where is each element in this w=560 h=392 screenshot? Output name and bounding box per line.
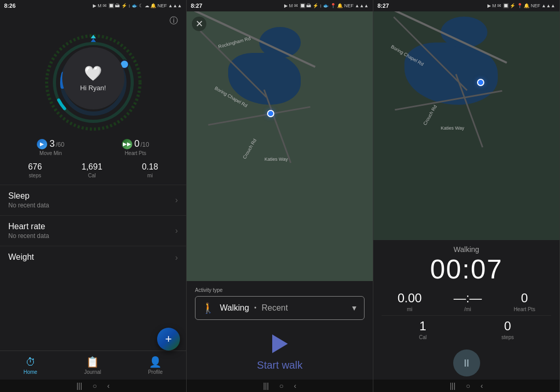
- workout-pace: —:— /mi: [454, 291, 482, 312]
- workout-distance-value: 0.00: [398, 291, 422, 305]
- heart-rate-subtitle: No recent data: [8, 232, 49, 240]
- profile-nav-icon: 👤: [149, 356, 162, 368]
- gesture-home[interactable]: ○: [92, 382, 96, 390]
- gesture-recent-apps[interactable]: |||: [76, 382, 82, 390]
- workout-heart-pts: 0 Heart Pts: [514, 291, 536, 312]
- nav-profile[interactable]: 👤 Profile: [142, 354, 169, 377]
- heart-pts-label: Heart Pts: [124, 150, 146, 156]
- distance-stat: 0.18 mi: [142, 162, 158, 178]
- workout-cal-value: 1: [419, 319, 426, 333]
- bottom-nav-home: ⏱ Home 📋 Journal 👤 Profile: [0, 351, 186, 380]
- workout-heart-pts-label: Heart Pts: [514, 306, 536, 312]
- home-nav-label: Home: [23, 369, 37, 375]
- heart-rate-arrow: ›: [175, 226, 178, 235]
- workout-main-metrics: 0.00 mi —:— /mi 0 Heart Pts: [382, 288, 551, 316]
- steps-label: steps: [29, 173, 41, 178]
- greeting-text: Hi Ryan!: [80, 84, 106, 92]
- heart-rate-title: Heart rate: [8, 222, 49, 231]
- heart-rate-section[interactable]: Heart rate No recent data ›: [0, 215, 186, 246]
- home-header: ⓘ: [0, 11, 186, 31]
- info-icon[interactable]: ⓘ: [170, 16, 178, 26]
- close-button[interactable]: ✕: [192, 17, 206, 31]
- workout-distance-label: mi: [407, 306, 413, 312]
- sleep-subtitle: No recent data: [8, 202, 49, 209]
- activity-dropdown[interactable]: 🚶 Walking • Recent ▼: [195, 296, 365, 320]
- heart-pts-value: 0: [134, 138, 139, 149]
- status-time-home: 8:26: [4, 3, 16, 9]
- profile-nav-label: Profile: [148, 369, 162, 375]
- status-bar-map: 8:27 ▶ M ✉ 🔲 🏔 ⚡ ↕ 🐟 📍 🔔 NEF ▲▲▲: [187, 0, 373, 11]
- gesture-home-map[interactable]: ○: [279, 382, 283, 390]
- weight-title: Weight: [8, 253, 34, 262]
- workout-road-label-katies: Katies Way: [441, 125, 464, 131]
- sleep-section[interactable]: Sleep No recent data ›: [0, 185, 186, 215]
- workout-pace-label: /mi: [464, 306, 471, 312]
- gesture-bar-map: ||| ○ ‹: [187, 380, 373, 392]
- gesture-back-workout[interactable]: ‹: [481, 382, 483, 390]
- svg-marker-6: [91, 38, 96, 42]
- sleep-title: Sleep: [8, 191, 49, 201]
- home-panel: 8:26 ▶ M ✉ 🔲 🏔 ⚡ ↕ 🐟 ☾ ☁ 🔔 NEF ▲▲▲ ⓘ: [0, 0, 187, 392]
- heart-pts-max: /10: [141, 141, 149, 148]
- workout-stats-area: Walking 00:07 0.00 mi —:— /mi 0 Heart Pt…: [373, 240, 559, 345]
- workout-timer: 00:07: [382, 256, 551, 283]
- fab-plus-icon: +: [165, 332, 172, 346]
- gesture-bar-home: ||| ○ ‹: [0, 380, 186, 392]
- cal-label: Cal: [88, 173, 96, 178]
- heart-pts-stat: ▶▶ 0 /10 Heart Pts: [122, 138, 149, 156]
- start-walk-area: Start walk: [187, 324, 373, 380]
- walking-icon: 🚶: [202, 302, 215, 314]
- workout-cal-label: Cal: [419, 334, 427, 340]
- current-location-dot: [267, 110, 274, 117]
- road-3: [208, 106, 310, 126]
- gesture-recent-apps-map[interactable]: |||: [263, 382, 269, 390]
- pause-icon: ⏸: [461, 357, 472, 369]
- gesture-back-map[interactable]: ‹: [294, 382, 297, 390]
- stats-row: ▶ 3 /60 Move Min ▶▶ 0 /10 Heart Pts: [0, 134, 186, 160]
- activity-ring-container: 🤍 Hi Ryan!: [0, 31, 186, 134]
- nav-home[interactable]: ⏱ Home: [17, 354, 44, 377]
- heart-pts-icon: ▶▶: [122, 139, 132, 149]
- move-min-stat: ▶ 3 /60 Move Min: [37, 138, 64, 156]
- status-icons-map: ▶ M ✉ 🔲 🏔 ⚡ ↕ 🐟 📍 🔔 NEF ▲▲▲: [284, 3, 369, 8]
- gesture-home-workout[interactable]: ○: [466, 382, 470, 390]
- dropdown-arrow-icon: ▼: [351, 304, 358, 312]
- start-walk-button[interactable]: Start walk: [257, 359, 303, 371]
- move-min-label: Move Min: [39, 150, 62, 156]
- weight-section[interactable]: Weight ›: [0, 246, 186, 269]
- activity-recent-label: Recent: [262, 303, 288, 313]
- map-activity-panel: 8:27 ▶ M ✉ 🔲 🏔 ⚡ ↕ 🐟 📍 🔔 NEF ▲▲▲ Rocking…: [187, 0, 373, 392]
- status-icons-workout: ▶ M ✉ 🔲 ⚡ 📍 🔔 NEF ▲▲▲: [487, 3, 555, 8]
- workout-steps-label: steps: [501, 334, 514, 340]
- map-view: Rockingham Rd Boring Chapel Rd Katies Wa…: [187, 11, 373, 281]
- workout-cal: 1 Cal: [419, 319, 427, 340]
- nav-journal[interactable]: 📋 Journal: [78, 354, 107, 377]
- gesture-bar-workout: ||| ○ ‹: [373, 380, 559, 392]
- journal-nav-label: Journal: [84, 369, 101, 375]
- workout-heart-pts-value: 0: [521, 291, 528, 305]
- workout-activity-title: Walking: [382, 245, 551, 254]
- distance-label: mi: [147, 173, 153, 178]
- steps-stat: 676 steps: [28, 162, 42, 178]
- pause-button[interactable]: ⏸: [453, 349, 480, 376]
- cal-stat: 1,691 Cal: [81, 162, 102, 178]
- gesture-back[interactable]: ‹: [107, 382, 110, 390]
- status-time-map: 8:27: [191, 3, 202, 9]
- gesture-recent-apps-workout[interactable]: |||: [450, 382, 455, 390]
- workout-secondary-metrics: 1 Cal 0 steps: [382, 316, 551, 343]
- activity-name: Walking: [220, 303, 249, 313]
- road-label-katies: Katies Way: [264, 157, 288, 162]
- cal-value: 1,691: [81, 162, 102, 172]
- play-button-shape: [272, 334, 288, 353]
- workout-distance: 0.00 mi: [398, 291, 422, 312]
- move-icon: ▶: [37, 139, 47, 149]
- activity-type-label: Activity type: [195, 287, 365, 293]
- journal-nav-icon: 📋: [86, 356, 99, 368]
- workout-steps: 0 steps: [501, 319, 514, 340]
- add-activity-fab[interactable]: +: [157, 328, 180, 351]
- home-nav-icon: ⏱: [25, 356, 36, 368]
- steps-value: 676: [28, 162, 42, 172]
- activity-separator: •: [254, 304, 256, 312]
- mini-stats-row: 676 steps 1,691 Cal 0.18 mi: [0, 160, 186, 185]
- move-min-value: 3: [49, 138, 54, 149]
